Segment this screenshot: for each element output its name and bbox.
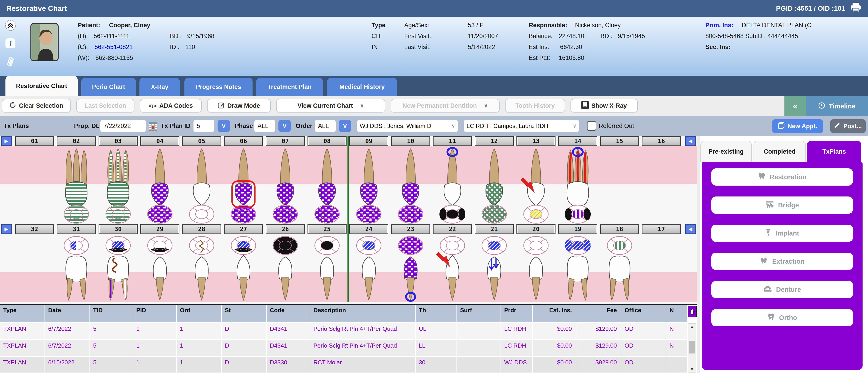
tooth-29[interactable]	[139, 235, 181, 304]
clear-selection-button[interactable]: Clear Selection	[2, 99, 71, 112]
tooth-13[interactable]	[515, 146, 557, 226]
last-selection-button[interactable]: Last Selection	[76, 99, 134, 112]
tooth-19[interactable]	[557, 235, 599, 304]
timeline-button[interactable]: Timeline	[806, 96, 868, 116]
tab-perio-chart[interactable]: Perio Chart	[81, 77, 136, 96]
phase-input[interactable]	[254, 120, 275, 132]
sidebar-tab-pre-existing[interactable]: Pre-existing	[701, 141, 752, 162]
tooth-number-28[interactable]: 28	[182, 224, 221, 234]
scroll-down-icon[interactable]: ▼	[688, 367, 696, 372]
tooth-18[interactable]	[599, 235, 641, 304]
txplan-id-dropdown-button[interactable]: V	[218, 120, 230, 132]
tooth-20[interactable]	[515, 235, 557, 304]
tab-medical-history[interactable]: Medical History	[327, 77, 397, 96]
sidebar-tab-txplans[interactable]: TxPlans	[807, 141, 861, 162]
tooth-10[interactable]	[390, 146, 432, 226]
cell-phone-link[interactable]: 562-551-0821	[94, 43, 133, 50]
lower-arch-scroll-left[interactable]: ▶	[1, 224, 12, 234]
tooth-number-32[interactable]: 32	[15, 224, 54, 234]
tooth-number-07[interactable]: 07	[266, 136, 305, 146]
print-icon[interactable]	[850, 2, 862, 15]
provider2-select[interactable]: LC RDH : Campos, Laura RDH∨	[464, 120, 579, 132]
scrollbar-thumb[interactable]	[689, 341, 695, 353]
column-header-surf[interactable]: Surf	[457, 305, 501, 322]
tooth-number-26[interactable]: 26	[266, 224, 305, 234]
tab-progress-notes[interactable]: Progress Notes	[184, 77, 252, 96]
paperclip-icon[interactable]	[6, 55, 15, 70]
tooth-number-13[interactable]: 13	[517, 136, 556, 146]
column-header-est-ins[interactable]: Est. Ins.	[533, 305, 577, 322]
column-header-date[interactable]: Date	[45, 305, 90, 322]
tooth-number-10[interactable]: 10	[391, 136, 430, 146]
tooth-number-30[interactable]: 30	[99, 224, 137, 234]
tooth-number-01[interactable]: 01	[15, 136, 54, 146]
restoration-button[interactable]: Restoration	[711, 168, 853, 185]
tooth-number-04[interactable]: 04	[141, 136, 179, 146]
tooth-number-29[interactable]: 29	[141, 224, 179, 234]
column-header-ord[interactable]: Ord	[177, 305, 222, 322]
tooth-14[interactable]	[557, 146, 599, 226]
tooth-number-03[interactable]: 03	[99, 136, 137, 146]
lower-arch-scroll-right[interactable]: ◀	[685, 224, 696, 234]
tooth-27[interactable]	[223, 235, 265, 304]
tooth-03[interactable]	[97, 146, 139, 226]
extraction-button[interactable]: 2 Extraction	[711, 253, 853, 270]
tooth-22[interactable]	[432, 235, 473, 304]
tooth-number-14[interactable]: 14	[558, 136, 597, 146]
phase-dropdown-button[interactable]: V	[278, 120, 291, 132]
post-button[interactable]: Post...	[830, 120, 866, 133]
tooth-number-15[interactable]: 15	[600, 136, 639, 146]
sidebar-tab-completed[interactable]: Completed	[753, 141, 806, 162]
tooth-number-06[interactable]: 06	[224, 136, 263, 146]
tooth-23[interactable]	[390, 235, 432, 304]
calendar-icon[interactable]	[149, 121, 158, 133]
prim-ins-label[interactable]: Prim. Ins:	[705, 22, 733, 29]
tooth-number-27[interactable]: 27	[224, 224, 263, 234]
ortho-button[interactable]: Ortho	[711, 309, 853, 326]
column-header-n[interactable]: N	[666, 305, 688, 322]
tooth-21[interactable]	[473, 235, 515, 304]
scroll-up-icon[interactable]: ▲	[688, 325, 696, 329]
tooth-07[interactable]	[265, 146, 306, 226]
ada-codes-button[interactable]: </>ADA Codes	[140, 99, 202, 112]
tooth-number-31[interactable]: 31	[57, 224, 96, 234]
tooth-11[interactable]	[432, 146, 473, 226]
tooth-25[interactable]	[306, 235, 348, 304]
tooth-05[interactable]	[181, 146, 223, 226]
order-input[interactable]	[315, 120, 336, 132]
collapse-sidebar-button[interactable]: «	[784, 96, 806, 116]
provider1-select[interactable]: WJ DDS : Jones, William D∨	[357, 120, 458, 132]
tooth-number-17[interactable]: 17	[642, 224, 681, 234]
patient-photo[interactable]	[30, 23, 59, 61]
tooth-09[interactable]	[348, 146, 390, 226]
new-appt-button[interactable]: New Appt.	[772, 120, 823, 133]
column-header-type[interactable]: Type	[0, 305, 45, 322]
draw-mode-button[interactable]: Draw Mode	[207, 99, 271, 112]
tooth-31[interactable]	[55, 235, 97, 304]
tooth-number-25[interactable]: 25	[308, 224, 347, 234]
new-permanent-dentition-button[interactable]: New Permanent Dentition∨	[391, 99, 500, 112]
collapse-panel-icon[interactable]	[4, 20, 17, 33]
tooth-number-24[interactable]: 24	[349, 224, 389, 234]
implant-button[interactable]: Implant	[711, 225, 853, 242]
tooth-number-05[interactable]: 05	[182, 136, 221, 146]
tooth-28[interactable]	[181, 235, 223, 304]
info-icon[interactable]: i	[5, 38, 16, 50]
referred-out-checkbox[interactable]	[587, 121, 596, 131]
tooth-12[interactable]	[473, 146, 515, 226]
tooth-history-button[interactable]: Tooth History	[505, 99, 565, 112]
tooth-number-08[interactable]: 08	[308, 136, 347, 146]
column-header-prdr[interactable]: Prdr	[501, 305, 533, 322]
tooth-30[interactable]	[97, 235, 139, 304]
column-header-code[interactable]: Code	[267, 305, 310, 322]
tooth-number-19[interactable]: 19	[558, 224, 597, 234]
prop-dt-input[interactable]	[100, 120, 146, 132]
tooth-number-18[interactable]: 18	[600, 224, 639, 234]
upper-arch-scroll-right[interactable]: ◀	[685, 136, 696, 146]
bridge-button[interactable]: Bridge	[711, 197, 853, 214]
tooth-26[interactable]	[265, 235, 306, 304]
tooth-number-16[interactable]: 16	[642, 136, 681, 146]
column-header-pid[interactable]: PID	[133, 305, 177, 322]
tab-x-ray[interactable]: X-Ray	[140, 77, 180, 96]
tooth-number-02[interactable]: 02	[57, 136, 96, 146]
